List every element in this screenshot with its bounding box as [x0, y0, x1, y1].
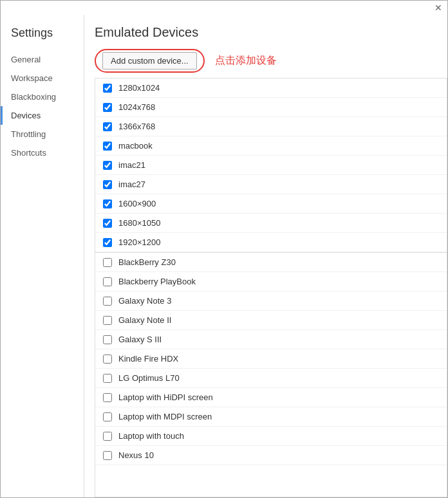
list-item[interactable]: Laptop with MDPI screen [95, 407, 447, 427]
sidebar-item-devices[interactable]: Devices [1, 106, 84, 125]
device-checkbox[interactable] [103, 142, 112, 151]
list-item[interactable]: Laptop with HiDPI screen [95, 388, 447, 407]
content-area: Settings GeneralWorkspaceBlackboxingDevi… [1, 15, 447, 497]
list-item[interactable]: 1920×1200 [95, 233, 447, 252]
device-label: Blackberry PlayBook [118, 277, 439, 286]
device-label: Laptop with HiDPI screen [118, 392, 439, 402]
list-item[interactable]: Galaxy S III [95, 330, 447, 349]
device-checkbox[interactable] [103, 297, 112, 306]
list-item[interactable]: 1680×1050 [95, 214, 447, 233]
device-checkbox[interactable] [103, 180, 112, 189]
device-checkbox[interactable] [103, 103, 112, 112]
device-label: 1600×900 [118, 199, 439, 208]
device-label: 1280x1024 [118, 83, 439, 93]
main-panel: Emulated Devices Add custom device... 点击… [84, 15, 447, 497]
sidebar-item-throttling[interactable]: Throttling [1, 125, 84, 143]
list-item[interactable]: macbook [95, 136, 447, 156]
sidebar-item-general[interactable]: General [1, 50, 84, 69]
device-checkbox[interactable] [103, 122, 112, 131]
sidebar-title: Settings [1, 21, 84, 50]
device-checkbox[interactable] [103, 219, 112, 228]
device-checkbox[interactable] [103, 84, 112, 93]
sidebar: Settings GeneralWorkspaceBlackboxingDevi… [1, 15, 84, 497]
list-item[interactable]: Nexus 10 [95, 446, 447, 465]
device-label: LG Optimus L70 [118, 373, 439, 383]
device-checkbox[interactable] [103, 277, 112, 286]
list-item[interactable]: imac27 [95, 175, 447, 194]
title-bar: ✕ [1, 1, 447, 15]
device-checkbox[interactable] [103, 412, 112, 421]
device-label: Galaxy Note 3 [118, 296, 439, 306]
list-item[interactable]: Kindle Fire HDX [95, 349, 447, 369]
device-label: Laptop with touch [118, 431, 439, 441]
list-item[interactable]: Galaxy Note II [95, 311, 447, 330]
action-bar: Add custom device... 点击添加设备 [95, 49, 447, 73]
list-item[interactable]: 1600×900 [95, 194, 447, 214]
sidebar-item-shortcuts[interactable]: Shortcuts [1, 143, 84, 162]
list-item[interactable]: BlackBerry Z30 [95, 252, 447, 272]
device-label: Kindle Fire HDX [118, 354, 439, 364]
device-checkbox[interactable] [103, 316, 112, 325]
device-checkbox[interactable] [103, 258, 112, 267]
device-label: Galaxy Note II [118, 315, 439, 325]
device-label: Nexus 10 [118, 450, 439, 460]
list-item[interactable]: Galaxy Note 3 [95, 291, 447, 311]
device-checkbox[interactable] [103, 161, 112, 170]
device-label: imac21 [118, 160, 439, 170]
device-checkbox[interactable] [103, 355, 112, 364]
device-checkbox[interactable] [103, 335, 112, 344]
device-checkbox[interactable] [103, 199, 112, 208]
list-item[interactable]: 1366x768 [95, 117, 447, 136]
sidebar-item-blackboxing[interactable]: Blackboxing [1, 88, 84, 106]
device-checkbox[interactable] [103, 374, 112, 383]
list-item[interactable]: Laptop with touch [95, 427, 447, 446]
device-checkbox[interactable] [103, 238, 112, 247]
sidebar-item-workspace[interactable]: Workspace [1, 69, 84, 88]
list-item[interactable]: 1024x768 [95, 98, 447, 117]
add-custom-device-button[interactable]: Add custom device... [102, 52, 197, 69]
add-device-btn-outline: Add custom device... [95, 49, 205, 73]
main-title: Emulated Devices [95, 25, 447, 40]
close-button[interactable]: ✕ [433, 3, 443, 12]
list-item[interactable]: LG Optimus L70 [95, 369, 447, 388]
device-checkbox[interactable] [103, 451, 112, 460]
list-item[interactable]: imac21 [95, 156, 447, 175]
device-label: 1680×1050 [118, 218, 439, 228]
device-label: 1920×1200 [118, 237, 439, 247]
device-label: Laptop with MDPI screen [118, 412, 439, 421]
device-list[interactable]: 1280x10241024x7681366x768macbookimac21im… [95, 78, 447, 497]
device-label: Galaxy S III [118, 335, 439, 344]
device-checkbox[interactable] [103, 393, 112, 402]
device-label: macbook [118, 141, 439, 151]
list-item[interactable]: 1280x1024 [95, 78, 447, 98]
device-checkbox[interactable] [103, 432, 112, 441]
device-label: 1024x768 [118, 102, 439, 112]
settings-window: ✕ Settings GeneralWorkspaceBlackboxingDe… [0, 0, 448, 498]
device-label: BlackBerry Z30 [118, 257, 439, 267]
device-label: 1366x768 [118, 122, 439, 131]
annotation-label: 点击添加设备 [215, 54, 277, 68]
device-label: imac27 [118, 180, 439, 189]
list-item[interactable]: Blackberry PlayBook [95, 272, 447, 291]
